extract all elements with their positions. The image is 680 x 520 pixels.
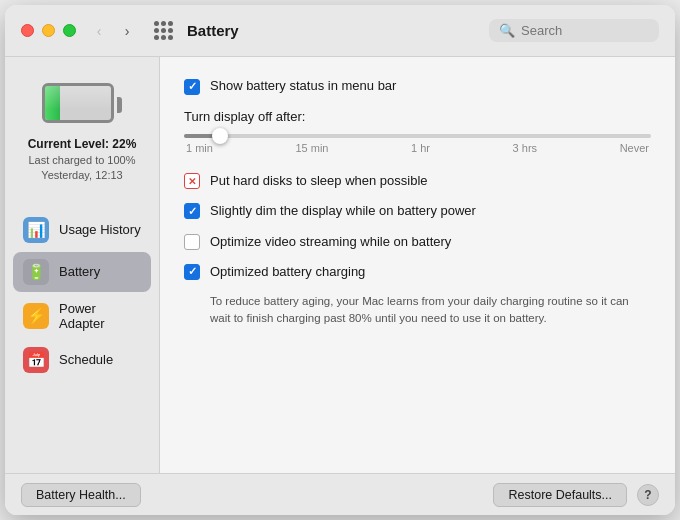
menu-bar-label: Show battery status in menu bar — [210, 77, 396, 95]
dim-display-option: Slightly dim the display while on batter… — [184, 202, 651, 220]
optimized-charging-label: Optimized battery charging — [210, 263, 365, 281]
menu-bar-checkbox[interactable] — [184, 79, 200, 95]
window-title: Battery — [187, 22, 489, 39]
tick-1hr: 1 hr — [411, 142, 430, 154]
last-charged: Last charged to 100% Yesterday, 12:13 — [21, 153, 143, 184]
dim-display-label: Slightly dim the display while on batter… — [210, 202, 476, 220]
slider-ticks: 1 min 15 min 1 hr 3 hrs Never — [184, 142, 651, 154]
sidebar-item-schedule[interactable]: 📅 Schedule — [13, 340, 151, 380]
back-button[interactable]: ‹ — [88, 20, 110, 42]
battery-reflection — [45, 86, 114, 123]
current-level: Current Level: 22% — [21, 137, 143, 151]
tick-never: Never — [620, 142, 649, 154]
sidebar-item-label-power: Power Adapter — [59, 301, 141, 331]
sidebar-item-usage-history[interactable]: 📊 Usage History — [13, 210, 151, 250]
close-button[interactable] — [21, 24, 34, 37]
display-off-label: Turn display off after: — [184, 109, 651, 124]
hard-disks-label: Put hard disks to sleep when possible — [210, 172, 428, 190]
search-icon: 🔍 — [499, 23, 515, 38]
battery-icon: 🔋 — [23, 259, 49, 285]
slider-track — [184, 134, 651, 138]
content-pane: Show battery status in menu bar Turn dis… — [160, 57, 675, 473]
battery-nub — [117, 97, 122, 113]
forward-button[interactable]: › — [116, 20, 138, 42]
traffic-lights — [21, 24, 76, 37]
main-content: Current Level: 22% Last charged to 100% … — [5, 57, 675, 473]
minimize-button[interactable] — [42, 24, 55, 37]
help-button[interactable]: ? — [637, 484, 659, 506]
window: ‹ › Battery 🔍 Curr — [5, 5, 675, 515]
optimized-charging-checkbox[interactable] — [184, 264, 200, 280]
optimize-video-checkbox[interactable] — [184, 234, 200, 250]
sidebar-item-battery[interactable]: 🔋 Battery — [13, 252, 151, 292]
sidebar-item-label-schedule: Schedule — [59, 352, 113, 367]
sidebar-item-label-battery: Battery — [59, 264, 100, 279]
optimized-charging-description: To reduce battery aging, your Mac learns… — [210, 293, 651, 328]
nav-arrows: ‹ › — [88, 20, 138, 42]
search-input[interactable] — [521, 23, 649, 38]
bottom-right: Restore Defaults... ? — [493, 483, 659, 507]
maximize-button[interactable] — [63, 24, 76, 37]
sidebar-item-label-usage: Usage History — [59, 222, 141, 237]
schedule-icon: 📅 — [23, 347, 49, 373]
bottom-bar: Battery Health... Restore Defaults... ? — [5, 473, 675, 515]
optimize-video-option: Optimize video streaming while on batter… — [184, 233, 651, 251]
tick-3hrs: 3 hrs — [513, 142, 537, 154]
optimize-video-label: Optimize video streaming while on batter… — [210, 233, 451, 251]
usage-history-icon: 📊 — [23, 217, 49, 243]
titlebar: ‹ › Battery 🔍 — [5, 5, 675, 57]
hard-disks-checkbox[interactable] — [184, 173, 200, 189]
hard-disks-option: Put hard disks to sleep when possible — [184, 172, 651, 190]
battery-health-button[interactable]: Battery Health... — [21, 483, 141, 507]
power-adapter-icon: ⚡ — [23, 303, 49, 329]
optimized-charging-option: Optimized battery charging — [184, 263, 651, 281]
tick-15min: 15 min — [295, 142, 328, 154]
restore-defaults-button[interactable]: Restore Defaults... — [493, 483, 627, 507]
display-off-section: Turn display off after: 1 min 15 min 1 h… — [184, 109, 651, 154]
sidebar: Current Level: 22% Last charged to 100% … — [5, 57, 160, 473]
search-box[interactable]: 🔍 — [489, 19, 659, 42]
tick-1min: 1 min — [186, 142, 213, 154]
battery-info: Current Level: 22% Last charged to 100% … — [13, 73, 151, 200]
battery-visual — [42, 83, 122, 127]
menu-bar-option: Show battery status in menu bar — [184, 77, 651, 95]
apps-grid-icon[interactable] — [154, 21, 173, 40]
dim-display-checkbox[interactable] — [184, 203, 200, 219]
sidebar-item-power-adapter[interactable]: ⚡ Power Adapter — [13, 294, 151, 338]
battery-body — [42, 83, 114, 123]
display-off-slider-container — [184, 134, 651, 138]
